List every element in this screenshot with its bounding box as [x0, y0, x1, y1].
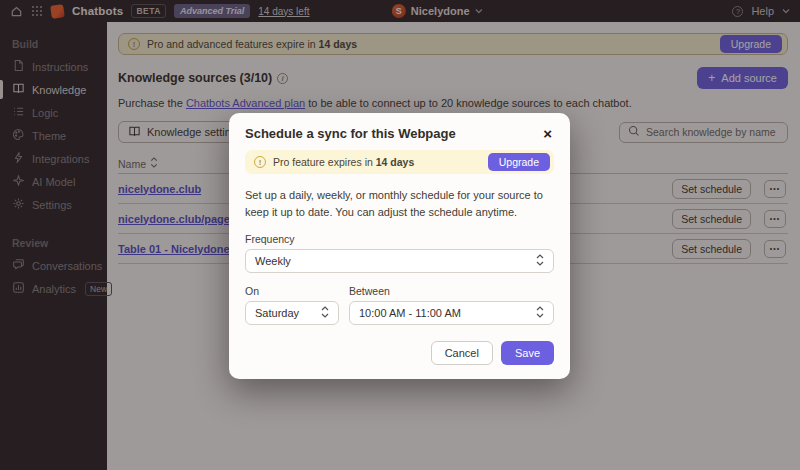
between-label: Between — [349, 285, 554, 297]
modal-title: Schedule a sync for this Webpage — [245, 126, 456, 141]
app-window: Chatbots BETA Advanced Trial 14 days lef… — [0, 0, 800, 470]
close-icon[interactable] — [541, 126, 554, 141]
select-chevrons-icon — [321, 306, 329, 320]
on-select[interactable]: Saturday — [245, 301, 339, 325]
on-label: On — [245, 285, 339, 297]
modal-expiry-banner: ! Pro feature expires in 14 days Upgrade — [245, 150, 554, 174]
select-chevrons-icon — [536, 306, 544, 320]
warning-icon: ! — [254, 156, 266, 168]
select-chevrons-icon — [536, 254, 544, 268]
frequency-select[interactable]: Weekly — [245, 249, 554, 273]
frequency-label: Frequency — [245, 233, 554, 245]
upgrade-button[interactable]: Upgrade — [488, 153, 550, 171]
cancel-button[interactable]: Cancel — [431, 341, 493, 365]
save-button[interactable]: Save — [501, 341, 554, 365]
between-select[interactable]: 10:00 AM - 11:00 AM — [349, 301, 554, 325]
modal-description: Set up a daily, weekly, or monthly sched… — [245, 187, 554, 221]
modal-banner-text: Pro feature expires in 14 days — [273, 156, 414, 168]
schedule-sync-modal: Schedule a sync for this Webpage ! Pro f… — [229, 113, 570, 379]
